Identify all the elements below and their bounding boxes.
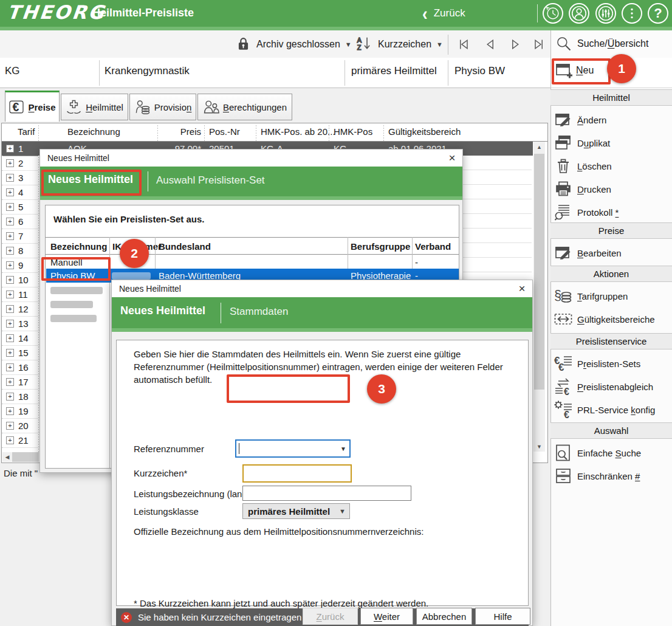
expand-plus-icon[interactable]: + — [6, 218, 14, 225]
tree-row[interactable]: + 3 — [2, 171, 38, 185]
tree-row[interactable]: + 8 — [2, 244, 38, 258]
tree-row[interactable]: + 21 — [2, 433, 38, 448]
chevron-down-icon: ▼ — [339, 507, 346, 515]
tab-provision[interactable]: Provision — [129, 94, 196, 120]
archiv-dropdown[interactable]: Archiv geschlossen ▼ — [235, 36, 352, 52]
referenznummer-combobox[interactable]: ▼ — [235, 439, 351, 458]
sort-dropdown[interactable]: Kurzzeichen ▼ — [355, 35, 443, 53]
tab-preise[interactable]: Preise — [5, 91, 60, 122]
scroll-left-icon[interactable]: ◀ — [2, 452, 12, 462]
abbrechen-button[interactable]: Abbrechen — [416, 608, 472, 625]
expand-plus-icon[interactable]: + — [6, 393, 14, 401]
close-icon[interactable]: × — [513, 281, 530, 297]
scroll-up-icon[interactable]: ▲ — [533, 142, 545, 152]
sidebar-item-aendern[interactable]: Ändern — [554, 108, 671, 131]
weiter-button[interactable]: Weiter — [360, 608, 413, 625]
nav-next-button[interactable] — [507, 36, 525, 52]
sidebar-item-drucken[interactable]: Drucken — [554, 177, 671, 201]
expand-plus-icon[interactable]: + — [6, 261, 14, 269]
expand-plus-icon[interactable]: + — [6, 203, 14, 211]
printer-icon — [554, 179, 573, 199]
expand-plus-icon[interactable]: + — [6, 407, 14, 415]
history-button[interactable] — [543, 3, 563, 24]
leistungsbezeichnung-input[interactable] — [242, 486, 411, 501]
tree-row[interactable]: + 15 — [2, 346, 38, 360]
expand-plus-icon[interactable]: + — [6, 378, 14, 386]
expand-plus-icon[interactable]: + — [6, 334, 14, 342]
expand-plus-icon[interactable]: + — [6, 363, 14, 371]
expand-plus-icon[interactable]: + — [6, 291, 14, 298]
sidebar-item-preislisten-sets[interactable]: Preislisten-Sets — [554, 352, 671, 375]
tarif-number: 2 — [18, 158, 23, 168]
tab-heilmittel[interactable]: Heilmittel — [61, 94, 128, 120]
hilfe-button[interactable]: Hilfe — [475, 608, 530, 625]
scrollbar-thumb[interactable] — [12, 452, 39, 462]
expand-plus-icon[interactable]: + — [6, 174, 14, 182]
sidebar-item-loeschen[interactable]: Löschen — [554, 154, 671, 177]
expand-plus-icon[interactable]: + — [6, 422, 14, 430]
tree-row[interactable]: + 9 — [2, 258, 38, 273]
sidebar-item-tarifgruppen[interactable]: Tarifgruppen — [554, 284, 671, 308]
neu-button[interactable]: Neu — [554, 61, 594, 80]
dialog-stammdaten: Neues Heilmittel × Neues Heilmittel Stam… — [111, 280, 533, 626]
tree-row[interactable]: + 18 — [2, 390, 38, 404]
settings-button[interactable] — [595, 3, 616, 24]
tab-berechtigungen[interactable]: Berechtigungen — [197, 94, 292, 120]
expand-plus-icon[interactable]: + — [6, 305, 14, 313]
tree-row[interactable]: + 7 — [2, 229, 38, 244]
expand-plus-icon[interactable]: + — [6, 159, 14, 167]
expand-plus-icon[interactable]: + — [6, 188, 14, 196]
vertical-scrollbar[interactable]: ▲ ▼ — [533, 142, 545, 452]
tree-row[interactable]: + 5 — [2, 200, 38, 215]
sidebar-item-preislistenabgleich[interactable]: Preislistenabgleich — [554, 375, 671, 398]
expand-plus-icon[interactable]: + — [6, 436, 14, 444]
tree-row[interactable]: + 11 — [2, 287, 38, 302]
sidebar-item-prl-service-konfig[interactable]: PRL-Service konfig — [554, 398, 671, 421]
expand-plus-icon[interactable]: + — [6, 145, 14, 153]
dialog-titlebar[interactable]: Neues Heilmittel × — [40, 150, 462, 167]
kurzzeichen-input[interactable] — [242, 464, 352, 483]
more-menu-button[interactable] — [622, 3, 642, 24]
zurueck-button[interactable]: Zurück — [303, 608, 358, 625]
expand-plus-icon[interactable]: + — [6, 232, 14, 240]
expand-plus-icon[interactable]: + — [6, 320, 14, 328]
table-footnote: Die mit " — [4, 468, 38, 478]
tree-row[interactable]: + 13 — [2, 317, 38, 331]
sidebar-item-gueltigkeitsbereiche[interactable]: Gültigkeitsbereiche — [554, 308, 671, 331]
tarif-number: 11 — [18, 289, 28, 300]
tree-row[interactable]: + 12 — [2, 302, 38, 317]
nav-first-button[interactable] — [454, 36, 473, 52]
sidebar-item-protokoll[interactable]: Protokoll * — [554, 201, 671, 224]
expand-plus-icon[interactable]: + — [6, 349, 14, 357]
user-button[interactable] — [569, 3, 589, 24]
sidebar-item-einfache-suche[interactable]: Einfache Suche — [554, 441, 671, 464]
redacted-ik-nummer — [112, 272, 151, 280]
tree-row[interactable]: + 10 — [2, 273, 38, 287]
sidebar-item-duplikat[interactable]: Duplikat — [554, 131, 671, 154]
expand-plus-icon[interactable]: + — [6, 247, 14, 255]
tree-row[interactable]: + 4 — [2, 185, 38, 200]
scroll-down-icon[interactable]: ▼ — [533, 441, 545, 452]
sidebar-item-bearbeiten[interactable]: Bearbeiten — [554, 241, 671, 264]
nav-previous-button[interactable] — [481, 36, 499, 52]
help-button[interactable]: ? — [648, 3, 668, 24]
tree-row[interactable]: + 6 — [2, 215, 38, 229]
tree-row[interactable]: + 1 — [2, 142, 38, 156]
tree-row[interactable]: + 17 — [2, 375, 38, 390]
expand-plus-icon[interactable]: + — [6, 276, 14, 284]
tree-row[interactable]: + 16 — [2, 360, 38, 375]
leistungsklasse-select[interactable]: primäres Heilmittel ▼ — [242, 503, 350, 519]
tree-row[interactable]: + 19 — [2, 404, 38, 419]
dialog-titlebar[interactable]: Neues Heilmittel × — [112, 280, 532, 297]
horizontal-scrollbar[interactable]: ◀ — [2, 452, 39, 462]
search-overview-button[interactable]: Suche/Übersicht — [555, 35, 648, 52]
back-button[interactable]: ‹ Zurück — [422, 4, 465, 23]
tree-row[interactable]: + 2 — [2, 156, 38, 171]
close-icon[interactable]: × — [444, 150, 461, 166]
scrollbar-thumb[interactable] — [534, 154, 544, 390]
nav-last-button[interactable] — [530, 36, 548, 52]
sidebar-item-einschraenken[interactable]: Einschränken # — [554, 464, 671, 487]
tree-row[interactable]: + 20 — [2, 419, 38, 433]
breadcrumb-divider — [99, 60, 100, 86]
tree-row[interactable]: + 14 — [2, 331, 38, 346]
